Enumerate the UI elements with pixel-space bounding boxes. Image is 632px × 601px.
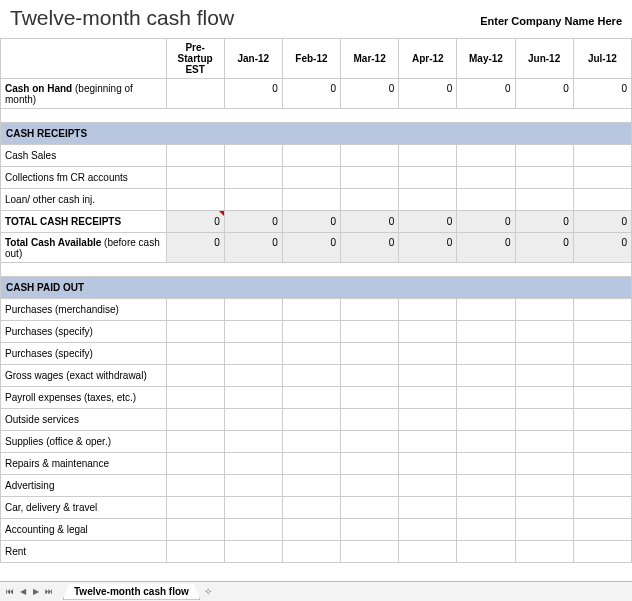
cell[interactable] [515,431,573,453]
cell[interactable] [399,343,457,365]
cell[interactable]: 0 [399,211,457,233]
cell[interactable] [166,453,224,475]
cell[interactable] [515,167,573,189]
cell[interactable] [457,145,515,167]
new-sheet-icon[interactable]: ✧ [204,586,212,597]
row-label[interactable]: Car, delivery & travel [1,497,167,519]
row-label[interactable]: Repairs & maintenance [1,453,167,475]
cell[interactable] [457,541,515,563]
cell[interactable] [573,189,631,211]
cell[interactable] [399,321,457,343]
cell[interactable] [573,387,631,409]
cell[interactable] [573,541,631,563]
cell[interactable] [341,519,399,541]
cell[interactable] [515,541,573,563]
cell[interactable]: 0 [341,79,399,109]
row-label[interactable]: Cash on Hand (beginning of month) [1,79,167,109]
cell[interactable] [573,365,631,387]
col-header[interactable]: Pre-Startup EST [166,39,224,79]
cell[interactable] [282,365,340,387]
cell[interactable] [224,541,282,563]
col-header[interactable]: Apr-12 [399,39,457,79]
cell[interactable] [515,299,573,321]
cell[interactable] [341,475,399,497]
cell[interactable] [166,431,224,453]
col-header[interactable]: May-12 [457,39,515,79]
cell[interactable] [573,167,631,189]
cell[interactable] [341,189,399,211]
cell[interactable] [457,453,515,475]
cell[interactable]: 0 [341,211,399,233]
cell[interactable] [515,189,573,211]
cell[interactable] [224,387,282,409]
row-label[interactable]: Purchases (specify) [1,321,167,343]
cell[interactable] [515,453,573,475]
cell[interactable]: 0 [457,79,515,109]
cell[interactable] [573,343,631,365]
cell[interactable]: 0 [573,79,631,109]
cell[interactable] [341,321,399,343]
row-label[interactable]: Total Cash Available (before cash out) [1,233,167,263]
row-label[interactable]: Outside services [1,409,167,431]
cell[interactable] [341,541,399,563]
cell[interactable] [399,387,457,409]
cell[interactable] [166,475,224,497]
company-name[interactable]: Enter Company Name Here [480,15,622,27]
cell[interactable] [341,145,399,167]
cell[interactable] [166,519,224,541]
cell[interactable] [166,189,224,211]
cell[interactable] [224,453,282,475]
cell[interactable] [573,145,631,167]
cell[interactable] [166,145,224,167]
cell[interactable] [573,409,631,431]
cell[interactable] [224,343,282,365]
cell[interactable] [341,365,399,387]
cell[interactable] [515,387,573,409]
row-label[interactable]: Payroll expenses (taxes, etc.) [1,387,167,409]
cell[interactable]: 0 [573,233,631,263]
cell[interactable] [341,431,399,453]
cell[interactable] [224,321,282,343]
cell[interactable] [224,365,282,387]
cell[interactable]: 0 [282,233,340,263]
cell[interactable] [573,299,631,321]
tab-prev-icon[interactable]: ◀ [17,585,29,599]
cell[interactable] [224,431,282,453]
cell[interactable] [515,145,573,167]
cell[interactable] [224,167,282,189]
cell[interactable] [399,497,457,519]
cell[interactable] [457,189,515,211]
cell[interactable] [399,431,457,453]
tab-last-icon[interactable]: ⏭ [43,585,55,599]
cell[interactable] [282,167,340,189]
cell[interactable] [515,497,573,519]
cell[interactable] [399,189,457,211]
cell[interactable] [224,299,282,321]
row-label[interactable]: Advertising [1,475,167,497]
cell[interactable] [282,431,340,453]
cell[interactable] [166,79,224,109]
cell[interactable] [224,519,282,541]
cell[interactable] [166,387,224,409]
cell[interactable]: 0 [224,233,282,263]
cell[interactable] [457,343,515,365]
cell[interactable]: 0 [515,233,573,263]
cell[interactable] [457,409,515,431]
cell[interactable] [341,387,399,409]
row-label[interactable]: Collections fm CR accounts [1,167,167,189]
tab-first-icon[interactable]: ⏮ [4,585,16,599]
cell[interactable]: 0 [515,79,573,109]
cell[interactable] [399,409,457,431]
cell[interactable] [282,497,340,519]
cell[interactable] [166,167,224,189]
cell[interactable] [515,365,573,387]
cell[interactable] [399,453,457,475]
cell[interactable] [399,299,457,321]
cell[interactable] [341,167,399,189]
cell[interactable] [282,321,340,343]
cell[interactable] [457,519,515,541]
cell[interactable] [166,321,224,343]
cell[interactable] [166,409,224,431]
cell[interactable] [399,167,457,189]
cell[interactable] [573,321,631,343]
